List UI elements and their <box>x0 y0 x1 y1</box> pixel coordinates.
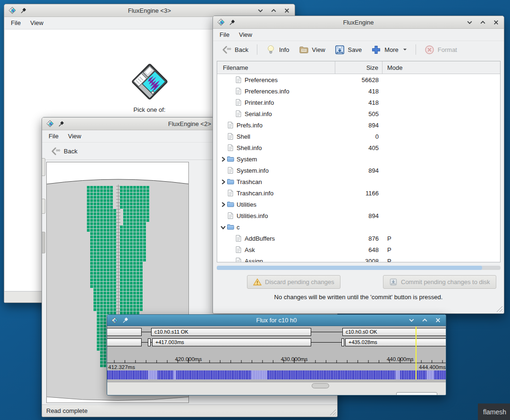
table-row[interactable]: System <box>217 153 500 165</box>
partial-button[interactable] <box>42 158 45 176</box>
record-box[interactable]: +435.028ms <box>345 338 446 346</box>
close-button[interactable] <box>493 19 499 25</box>
table-row[interactable]: Utilities.info894 <box>217 210 500 221</box>
maximize-button[interactable] <box>480 19 486 25</box>
minimize-button[interactable] <box>408 317 415 323</box>
table-row[interactable]: Trashcan.info1166 <box>217 187 500 199</box>
file-name: Ask <box>245 246 255 253</box>
partial-button[interactable] <box>42 232 45 253</box>
table-row[interactable]: AddBuffers876P <box>217 233 500 244</box>
back-button[interactable]: Back <box>47 144 81 158</box>
folder-documents-icon <box>299 45 309 55</box>
table-row[interactable]: Serial.info505 <box>217 108 500 119</box>
file-icon <box>227 133 234 140</box>
pin-icon[interactable] <box>20 8 26 14</box>
table-row[interactable]: Trashcan <box>217 176 500 187</box>
table-row[interactable]: Prefs.info894 <box>217 119 500 131</box>
file-icon <box>227 167 234 174</box>
ok-arrow-icon <box>407 395 416 395</box>
maximize-button[interactable] <box>271 8 277 14</box>
menu-file[interactable]: File <box>215 30 234 40</box>
filename-cell: Trashcan <box>217 178 335 185</box>
discard-changes-button[interactable]: Discard pending changes <box>247 275 340 289</box>
expander-collapsed-icon[interactable] <box>220 156 227 162</box>
expander-spacer <box>228 235 235 242</box>
expander-spacer <box>220 134 227 140</box>
column-header-filename[interactable]: Filename <box>217 61 335 74</box>
sector-box[interactable]: c10.h0.s11 OK <box>151 328 311 336</box>
resize-grip[interactable] <box>329 409 336 415</box>
view-button[interactable]: View <box>295 43 329 57</box>
table-row[interactable]: c <box>217 221 500 233</box>
flameshot-taskbar-label[interactable]: flamesh <box>478 403 510 420</box>
file-name: Prefs.info <box>237 122 263 129</box>
minimize-button[interactable] <box>257 8 264 14</box>
menu-view[interactable]: View <box>26 18 48 28</box>
table-row[interactable]: Preferences56628 <box>217 74 500 85</box>
expander-spacer <box>228 88 235 94</box>
table-row[interactable]: Shell.info405 <box>217 142 500 153</box>
caret-down-icon[interactable] <box>403 48 407 51</box>
table-row[interactable]: System.info894 <box>217 165 500 176</box>
lightbulb-icon <box>266 45 276 55</box>
save-button[interactable]: Save <box>331 43 366 57</box>
toolbar: Back Info View Save More Format <box>213 41 504 58</box>
titlebar[interactable]: FluxEngine <box>213 16 504 29</box>
column-header-mode[interactable]: Mode <box>382 61 500 74</box>
column-header-size[interactable]: Size <box>335 61 382 74</box>
file-icon <box>235 235 242 242</box>
ok-button[interactable]: OK <box>396 392 437 395</box>
info-button[interactable]: Info <box>262 43 293 57</box>
file-name: c <box>237 224 240 231</box>
expander-expanded-icon[interactable] <box>220 224 227 230</box>
expander-collapsed-icon[interactable] <box>220 179 227 185</box>
table-row[interactable]: Shell0 <box>217 131 500 142</box>
more-button[interactable]: More <box>367 43 411 57</box>
pin-icon[interactable] <box>229 19 235 25</box>
sector-box[interactable] <box>107 328 142 336</box>
file-icon <box>227 189 234 197</box>
flux-density-strip[interactable] <box>107 370 446 379</box>
menu-view[interactable]: View <box>234 30 257 40</box>
scrollbar-thumb[interactable] <box>217 266 482 270</box>
maximize-button[interactable] <box>422 317 428 323</box>
commit-changes-button[interactable]: Commit pending changes to disk <box>383 275 496 289</box>
file-mode: P <box>382 258 500 262</box>
filename-cell: Serial.info <box>217 110 335 118</box>
menu-file[interactable]: File <box>6 18 26 28</box>
titlebar[interactable]: Flux for c10 h0 <box>107 315 446 326</box>
sector-box[interactable]: c10.h0.s0 OK <box>342 328 446 336</box>
table-row[interactable]: Preferences.info418 <box>217 85 500 97</box>
record-box[interactable]: +417.003ms <box>152 338 311 346</box>
expander-spacer <box>220 145 227 151</box>
splitter-handle[interactable] <box>312 383 329 388</box>
close-button[interactable] <box>435 317 441 323</box>
table-row[interactable]: Utilities <box>217 199 500 210</box>
flux-gap <box>173 370 176 379</box>
horizontal-scrollbar[interactable] <box>217 266 501 270</box>
file-size: 648 <box>335 246 382 253</box>
record-box[interactable] <box>107 338 142 346</box>
partial-button[interactable] <box>42 199 45 214</box>
file-size: 894 <box>335 212 382 219</box>
back-button[interactable]: Back <box>218 43 252 57</box>
titlebar[interactable]: FluxEngine <3> <box>4 4 295 17</box>
table-row[interactable]: Printer.info418 <box>217 97 500 108</box>
folder-icon <box>227 155 234 163</box>
minimize-button[interactable] <box>467 19 473 25</box>
filename-cell: Printer.info <box>217 99 335 106</box>
expander-collapsed-icon[interactable] <box>220 202 227 208</box>
table-row[interactable]: Assign3008P <box>217 255 500 262</box>
table-row[interactable]: Ask648P <box>217 244 500 255</box>
expander-spacer <box>220 168 227 174</box>
connector-line <box>311 332 343 332</box>
file-size: 894 <box>335 167 382 174</box>
menu-file[interactable]: File <box>44 131 63 141</box>
resize-grip[interactable] <box>496 305 502 312</box>
file-icon <box>227 121 234 129</box>
close-button[interactable] <box>284 8 290 14</box>
menu-view[interactable]: View <box>63 131 86 141</box>
pin-icon[interactable] <box>58 121 64 127</box>
pin-icon[interactable] <box>122 317 128 323</box>
filename-cell: Utilities.info <box>217 212 335 219</box>
